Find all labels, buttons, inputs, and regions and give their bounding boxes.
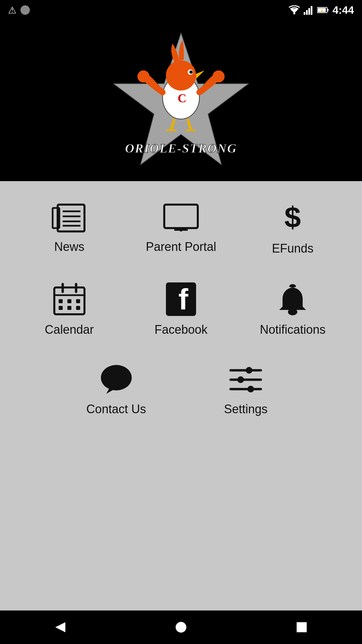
recent-apps-button[interactable] <box>288 614 315 641</box>
news-button[interactable]: News <box>22 203 116 254</box>
menu-row-1: News Parent Portal $ EFunds <box>13 201 349 256</box>
svg-point-16 <box>189 70 193 74</box>
facebook-label: Facebook <box>155 323 207 337</box>
efunds-button[interactable]: $ EFunds <box>246 201 340 256</box>
status-left-icons: ⚠ <box>8 5 30 16</box>
app-header: C ORIOLE-STRONG <box>0 20 362 181</box>
status-bar: ⚠ ⚡ 4:44 <box>0 0 362 20</box>
battery-icon: ⚡ <box>317 6 329 14</box>
sliders-icon <box>229 364 262 395</box>
svg-rect-6 <box>311 6 312 15</box>
svg-point-13 <box>166 60 196 91</box>
warning-icon: ⚠ <box>8 5 16 16</box>
notifications-button[interactable]: Notifications <box>246 282 340 337</box>
svg-text:C: C <box>178 92 186 105</box>
menu-row-2: Calendar f Facebook Notifications <box>13 282 349 337</box>
svg-text:ORIOLE-STRONG: ORIOLE-STRONG <box>125 141 237 155</box>
bottom-nav <box>0 610 362 644</box>
svg-marker-47 <box>106 388 117 394</box>
svg-point-46 <box>101 365 132 390</box>
svg-rect-37 <box>59 299 63 303</box>
svg-point-51 <box>237 376 244 383</box>
svg-marker-54 <box>55 622 65 632</box>
svg-rect-29 <box>164 205 198 228</box>
svg-point-53 <box>247 386 254 392</box>
clock: 4:44 <box>333 4 354 16</box>
notifications-label: Notifications <box>260 323 325 337</box>
svg-rect-4 <box>306 10 308 15</box>
svg-text:⚡: ⚡ <box>320 8 324 13</box>
bell-icon <box>278 282 308 316</box>
svg-rect-40 <box>59 306 63 310</box>
svg-rect-56 <box>297 622 307 632</box>
svg-rect-38 <box>67 299 71 303</box>
svg-rect-3 <box>304 12 305 15</box>
status-right-icons: ⚡ 4:44 <box>288 4 354 16</box>
parent-portal-button[interactable]: Parent Portal <box>134 203 228 254</box>
svg-text:f: f <box>178 282 188 316</box>
chat-icon <box>100 364 133 395</box>
sync-icon <box>20 5 30 15</box>
news-label: News <box>54 240 84 254</box>
calendar-icon <box>53 282 86 316</box>
home-button[interactable] <box>168 614 194 641</box>
back-button[interactable] <box>47 614 74 641</box>
efunds-label: EFunds <box>272 241 313 256</box>
calendar-label: Calendar <box>45 323 94 337</box>
main-content: News Parent Portal $ EFunds <box>0 181 362 463</box>
svg-point-2 <box>293 12 295 14</box>
menu-row-3: Contact Us Settings <box>13 364 349 416</box>
svg-point-55 <box>176 622 186 633</box>
svg-point-49 <box>246 367 252 374</box>
svg-rect-23 <box>58 205 84 231</box>
settings-label: Settings <box>224 402 267 416</box>
svg-rect-41 <box>67 306 71 310</box>
signal-icon <box>304 5 314 15</box>
svg-point-18 <box>213 70 225 83</box>
wifi-icon <box>288 5 300 15</box>
settings-button[interactable]: Settings <box>199 364 293 416</box>
app-logo: C ORIOLE-STRONG <box>107 30 255 171</box>
svg-rect-8 <box>327 9 328 11</box>
calendar-button[interactable]: Calendar <box>22 282 116 337</box>
svg-point-17 <box>137 70 149 83</box>
facebook-button[interactable]: f Facebook <box>134 282 228 337</box>
newspaper-icon <box>51 203 88 233</box>
svg-point-45 <box>288 309 297 315</box>
svg-marker-14 <box>196 70 204 79</box>
parent-portal-label: Parent Portal <box>146 240 216 254</box>
facebook-icon: f <box>166 282 196 316</box>
svg-rect-5 <box>308 8 310 15</box>
svg-rect-42 <box>76 306 80 310</box>
dollar-icon: $ <box>279 201 306 235</box>
contact-us-label: Contact Us <box>86 402 146 416</box>
svg-text:$: $ <box>285 201 301 234</box>
monitor-icon <box>163 203 199 233</box>
contact-us-button[interactable]: Contact Us <box>69 364 163 416</box>
svg-rect-39 <box>76 299 80 303</box>
